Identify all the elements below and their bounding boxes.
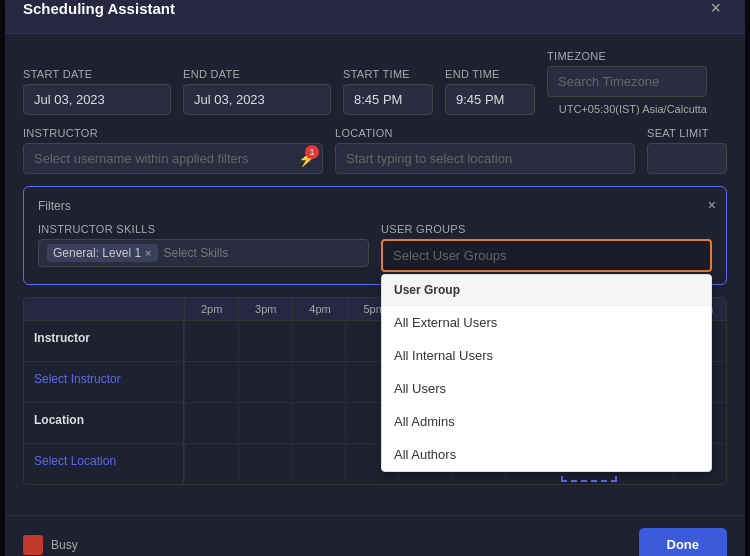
legend-item: Busy xyxy=(23,535,78,555)
seat-limit-input[interactable] xyxy=(647,143,727,174)
schedule-cell xyxy=(238,321,292,357)
schedule-row-label-location: Location xyxy=(24,403,184,443)
end-time-label: End Time xyxy=(445,68,535,80)
start-date-label: Start Date xyxy=(23,68,171,80)
skills-text-input[interactable] xyxy=(164,246,361,260)
timezone-group: Timezone UTC+05:30(IST) Asia/Calcutta xyxy=(547,50,707,115)
location-group: Location xyxy=(335,127,635,174)
skill-tag-label: General: Level 1 xyxy=(53,246,141,260)
dropdown-section-header: User Group xyxy=(382,275,711,306)
modal-header: Scheduling Assistant × xyxy=(5,0,745,34)
dropdown-item-2[interactable]: All Users xyxy=(382,372,711,405)
timezone-input[interactable] xyxy=(547,66,707,97)
modal-footer: Busy Done xyxy=(5,515,745,556)
schedule-cell xyxy=(291,444,345,480)
skills-input-wrap[interactable]: General: Level 1 × xyxy=(38,239,369,267)
instructor-skills-group: Instructor Skills General: Level 1 × xyxy=(38,223,369,267)
modal-body: Start Date End Date Start Time End Time … xyxy=(5,34,745,515)
time-col-4pm: 4pm xyxy=(292,298,346,320)
user-groups-input[interactable] xyxy=(381,239,712,272)
end-date-group: End Date xyxy=(183,68,331,115)
end-date-label: End Date xyxy=(183,68,331,80)
close-button[interactable]: × xyxy=(704,0,727,19)
schedule-cell xyxy=(238,444,292,480)
instructor-location-row: Instructor ⚡ 1 Location Seat Limit xyxy=(23,127,727,174)
end-time-group: End Time xyxy=(445,68,535,115)
dropdown-item-1[interactable]: All Internal Users xyxy=(382,339,711,372)
schedule-cell xyxy=(238,362,292,398)
schedule-cell xyxy=(291,321,345,357)
modal: Scheduling Assistant × Start Date End Da… xyxy=(5,0,745,556)
user-groups-dropdown: User Group All External Users All Intern… xyxy=(381,274,712,472)
dropdown-item-4[interactable]: All Authors xyxy=(382,438,711,471)
filters-title: Filters xyxy=(38,199,712,213)
schedule-header-label xyxy=(24,298,184,320)
dropdown-item-3[interactable]: All Admins xyxy=(382,405,711,438)
filters-close-button[interactable]: × xyxy=(708,197,716,213)
schedule-cell xyxy=(184,403,238,439)
seat-limit-group: Seat Limit xyxy=(647,127,727,174)
schedule-row-label-select-instructor: Select Instructor xyxy=(24,362,184,402)
start-date-group: Start Date xyxy=(23,68,171,115)
instructor-input[interactable] xyxy=(23,143,323,174)
instructor-group: Instructor ⚡ 1 xyxy=(23,127,323,174)
location-input[interactable] xyxy=(335,143,635,174)
schedule-cell xyxy=(184,362,238,398)
start-time-group: Start Time xyxy=(343,68,433,115)
end-time-input[interactable] xyxy=(445,84,535,115)
dropdown-item-0[interactable]: All External Users xyxy=(382,306,711,339)
instructor-skills-label: Instructor Skills xyxy=(38,223,369,235)
location-label: Location xyxy=(335,127,635,139)
instructor-label: Instructor xyxy=(23,127,323,139)
skill-tag-remove[interactable]: × xyxy=(145,247,151,259)
modal-title: Scheduling Assistant xyxy=(23,0,175,17)
skill-tag: General: Level 1 × xyxy=(47,244,158,262)
modal-overlay: Scheduling Assistant × Start Date End Da… xyxy=(0,0,750,556)
legend-busy-label: Busy xyxy=(51,538,78,552)
user-groups-group: User Groups User Group All External User… xyxy=(381,223,712,272)
schedule-cell xyxy=(184,444,238,480)
start-time-label: Start Time xyxy=(343,68,433,80)
done-button[interactable]: Done xyxy=(639,528,728,556)
filters-panel: Filters × Instructor Skills General: Lev… xyxy=(23,186,727,285)
schedule-row-label-instructor: Instructor xyxy=(24,321,184,361)
timezone-note: UTC+05:30(IST) Asia/Calcutta xyxy=(547,103,707,115)
instructor-input-wrap: ⚡ 1 xyxy=(23,143,323,174)
seat-limit-label: Seat Limit xyxy=(647,127,727,139)
filters-row: Instructor Skills General: Level 1 × Use… xyxy=(38,223,712,272)
schedule-cell xyxy=(238,403,292,439)
time-col-3pm: 3pm xyxy=(238,298,292,320)
filter-count-badge: 1 xyxy=(305,145,319,159)
time-col-2pm: 2pm xyxy=(184,298,238,320)
schedule-cell xyxy=(184,321,238,357)
start-time-input[interactable] xyxy=(343,84,433,115)
schedule-cell xyxy=(291,362,345,398)
user-groups-label: User Groups xyxy=(381,223,712,235)
filter-badge: ⚡ 1 xyxy=(298,151,315,167)
timezone-label: Timezone xyxy=(547,50,707,62)
schedule-cell xyxy=(291,403,345,439)
date-time-row: Start Date End Date Start Time End Time … xyxy=(23,50,727,115)
schedule-row-label-select-location: Select Location xyxy=(24,444,184,484)
start-date-input[interactable] xyxy=(23,84,171,115)
legend-busy-box xyxy=(23,535,43,555)
end-date-input[interactable] xyxy=(183,84,331,115)
